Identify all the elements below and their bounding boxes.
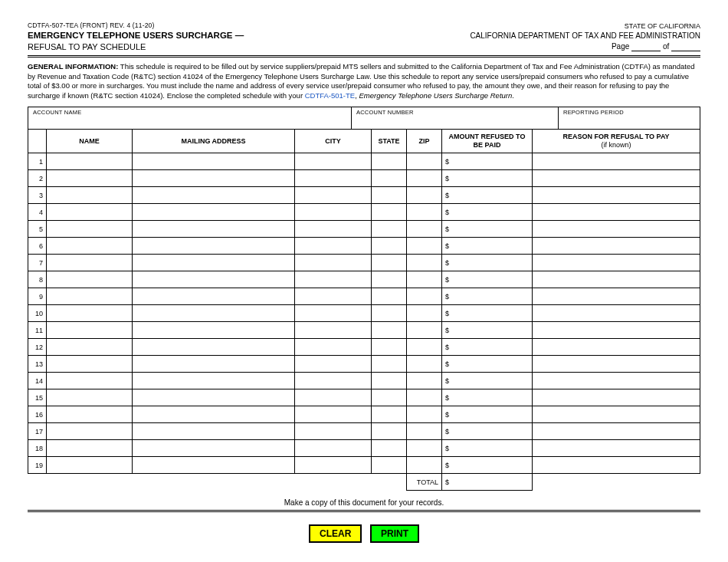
city-input[interactable] [298,406,368,422]
city-input[interactable] [298,153,368,169]
amount-input[interactable] [451,462,529,469]
amount-input[interactable] [451,327,529,334]
state-input[interactable] [375,238,403,254]
zip-input[interactable] [410,170,438,186]
address-input[interactable] [136,305,291,321]
zip-input[interactable] [410,204,438,220]
address-input[interactable] [136,339,291,355]
city-input[interactable] [298,204,368,220]
zip-input[interactable] [410,339,438,355]
reason-input[interactable] [536,170,697,186]
address-input[interactable] [136,389,291,406]
address-input[interactable] [136,440,291,456]
amount-input[interactable] [451,411,529,419]
amount-input[interactable] [451,293,529,301]
reason-input[interactable] [536,440,697,456]
zip-input[interactable] [410,238,438,254]
name-input[interactable] [50,170,129,186]
name-input[interactable] [50,204,129,220]
name-input[interactable] [50,305,129,321]
name-input[interactable] [50,288,129,304]
name-input[interactable] [50,238,129,254]
address-input[interactable] [136,238,291,254]
zip-input[interactable] [410,187,438,203]
zip-input[interactable] [410,457,438,473]
zip-input[interactable] [410,255,438,271]
name-input[interactable] [50,389,129,406]
reason-input[interactable] [536,423,697,439]
state-input[interactable] [375,389,403,406]
account-number-input[interactable] [356,116,553,125]
zip-input[interactable] [410,288,438,304]
address-input[interactable] [136,322,291,338]
reason-input[interactable] [536,255,697,271]
state-input[interactable] [375,187,403,203]
city-input[interactable] [298,170,368,186]
state-input[interactable] [375,153,403,169]
city-input[interactable] [298,373,368,389]
state-input[interactable] [375,423,403,439]
reason-input[interactable] [536,187,697,203]
amount-input[interactable] [451,276,529,284]
address-input[interactable] [136,204,291,220]
reason-input[interactable] [536,373,697,389]
name-input[interactable] [50,322,129,338]
city-input[interactable] [298,305,368,321]
address-input[interactable] [136,255,291,271]
name-input[interactable] [50,221,129,237]
address-input[interactable] [136,187,291,203]
city-input[interactable] [298,423,368,439]
zip-input[interactable] [410,423,438,439]
amount-input[interactable] [451,310,529,317]
address-input[interactable] [136,406,291,422]
page-current-input[interactable] [631,42,661,51]
reason-input[interactable] [536,457,697,473]
clear-button[interactable]: CLEAR [309,524,362,543]
amount-input[interactable] [451,175,529,182]
zip-input[interactable] [410,153,438,169]
reason-input[interactable] [536,406,697,422]
state-input[interactable] [375,356,403,372]
total-amount-input[interactable] [451,478,529,486]
state-input[interactable] [375,339,403,355]
reason-input[interactable] [536,153,697,169]
address-input[interactable] [136,373,291,389]
state-input[interactable] [375,204,403,220]
state-input[interactable] [375,322,403,338]
reason-input[interactable] [536,271,697,288]
name-input[interactable] [50,457,129,473]
state-input[interactable] [375,170,403,186]
name-input[interactable] [50,187,129,203]
address-input[interactable] [136,170,291,186]
state-input[interactable] [375,305,403,321]
zip-input[interactable] [410,389,438,406]
page-total-input[interactable] [671,42,700,51]
amount-input[interactable] [451,259,529,267]
city-input[interactable] [298,322,368,338]
reason-input[interactable] [536,204,697,220]
city-input[interactable] [298,440,368,456]
zip-input[interactable] [410,221,438,237]
state-input[interactable] [375,440,403,456]
reason-input[interactable] [536,288,697,304]
city-input[interactable] [298,221,368,237]
amount-input[interactable] [451,428,529,435]
zip-input[interactable] [410,406,438,422]
state-input[interactable] [375,221,403,237]
state-input[interactable] [375,373,403,389]
address-input[interactable] [136,288,291,304]
name-input[interactable] [50,406,129,422]
reason-input[interactable] [536,389,697,406]
reason-input[interactable] [536,305,697,321]
name-input[interactable] [50,373,129,389]
amount-input[interactable] [451,445,529,452]
zip-input[interactable] [410,440,438,456]
zip-input[interactable] [410,271,438,288]
amount-input[interactable] [451,242,529,250]
reason-input[interactable] [536,322,697,338]
city-input[interactable] [298,238,368,254]
city-input[interactable] [298,356,368,372]
zip-input[interactable] [410,305,438,321]
name-input[interactable] [50,356,129,372]
name-input[interactable] [50,255,129,271]
